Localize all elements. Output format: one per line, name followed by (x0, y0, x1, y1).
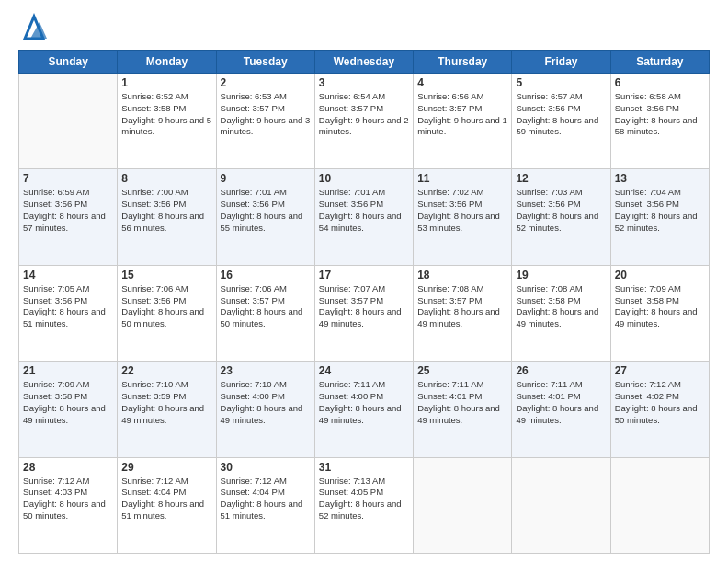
cell-info: Sunrise: 7:13 AMSunset: 4:05 PMDaylight:… (319, 476, 409, 523)
day-number: 25 (417, 364, 507, 377)
calendar-cell: 2Sunrise: 6:53 AMSunset: 3:57 PMDaylight… (216, 74, 314, 169)
calendar-header-tuesday: Tuesday (216, 51, 314, 74)
day-number: 16 (221, 269, 311, 282)
calendar-cell: 28Sunrise: 7:12 AMSunset: 4:03 PMDayligh… (19, 457, 118, 553)
day-number: 6 (615, 76, 705, 89)
cell-info: Sunrise: 7:11 AMSunset: 4:01 PMDaylight:… (516, 379, 606, 426)
calendar-cell (19, 74, 118, 169)
calendar-cell: 11Sunrise: 7:02 AMSunset: 3:56 PMDayligh… (414, 169, 512, 265)
calendar-cell: 6Sunrise: 6:58 AMSunset: 3:56 PMDaylight… (610, 74, 709, 169)
cell-info: Sunrise: 7:01 AMSunset: 3:56 PMDaylight:… (319, 187, 409, 234)
cell-info: Sunrise: 6:57 AMSunset: 3:56 PMDaylight:… (516, 91, 606, 138)
calendar-week-row: 28Sunrise: 7:12 AMSunset: 4:03 PMDayligh… (19, 457, 710, 553)
calendar-table: SundayMondayTuesdayWednesdayThursdayFrid… (18, 50, 710, 554)
day-number: 7 (23, 172, 113, 185)
calendar-cell: 16Sunrise: 7:06 AMSunset: 3:57 PMDayligh… (216, 265, 314, 361)
day-number: 4 (417, 76, 507, 89)
calendar-cell: 12Sunrise: 7:03 AMSunset: 3:56 PMDayligh… (512, 169, 610, 265)
logo (18, 17, 47, 40)
calendar-cell: 4Sunrise: 6:56 AMSunset: 3:57 PMDaylight… (414, 74, 512, 169)
day-number: 29 (121, 461, 211, 474)
day-number: 9 (221, 172, 311, 185)
cell-info: Sunrise: 7:08 AMSunset: 3:58 PMDaylight:… (516, 283, 606, 330)
day-number: 27 (615, 364, 705, 377)
day-number: 30 (221, 461, 311, 474)
cell-info: Sunrise: 7:03 AMSunset: 3:56 PMDaylight:… (516, 187, 606, 234)
cell-info: Sunrise: 7:04 AMSunset: 3:56 PMDaylight:… (615, 187, 705, 234)
cell-info: Sunrise: 7:07 AMSunset: 3:57 PMDaylight:… (319, 283, 409, 330)
day-number: 17 (319, 269, 409, 282)
calendar-cell (512, 457, 610, 553)
calendar-cell: 14Sunrise: 7:05 AMSunset: 3:56 PMDayligh… (19, 265, 118, 361)
calendar-cell: 15Sunrise: 7:06 AMSunset: 3:56 PMDayligh… (118, 265, 216, 361)
cell-info: Sunrise: 6:52 AMSunset: 3:58 PMDaylight:… (121, 91, 211, 138)
calendar-cell: 10Sunrise: 7:01 AMSunset: 3:56 PMDayligh… (314, 169, 413, 265)
day-number: 26 (516, 364, 606, 377)
cell-info: Sunrise: 7:10 AMSunset: 4:00 PMDaylight:… (221, 379, 311, 426)
cell-info: Sunrise: 7:08 AMSunset: 3:57 PMDaylight:… (417, 283, 507, 330)
calendar-cell: 30Sunrise: 7:12 AMSunset: 4:04 PMDayligh… (216, 457, 314, 553)
cell-info: Sunrise: 6:56 AMSunset: 3:57 PMDaylight:… (417, 91, 507, 138)
cell-info: Sunrise: 7:06 AMSunset: 3:56 PMDaylight:… (121, 283, 211, 330)
calendar-header-friday: Friday (512, 51, 610, 74)
cell-info: Sunrise: 7:06 AMSunset: 3:57 PMDaylight:… (221, 283, 311, 330)
calendar-cell: 18Sunrise: 7:08 AMSunset: 3:57 PMDayligh… (414, 265, 512, 361)
calendar-header-saturday: Saturday (610, 51, 709, 74)
day-number: 12 (516, 172, 606, 185)
cell-info: Sunrise: 7:10 AMSunset: 3:59 PMDaylight:… (121, 379, 211, 426)
day-number: 13 (615, 172, 705, 185)
day-number: 8 (121, 172, 211, 185)
day-number: 5 (516, 76, 606, 89)
logo-icon (21, 13, 47, 40)
calendar-cell: 9Sunrise: 7:01 AMSunset: 3:56 PMDaylight… (216, 169, 314, 265)
cell-info: Sunrise: 7:00 AMSunset: 3:56 PMDaylight:… (121, 187, 211, 234)
day-number: 14 (23, 269, 113, 282)
calendar-cell: 31Sunrise: 7:13 AMSunset: 4:05 PMDayligh… (314, 457, 413, 553)
calendar-cell: 25Sunrise: 7:11 AMSunset: 4:01 PMDayligh… (414, 362, 512, 457)
calendar-cell: 23Sunrise: 7:10 AMSunset: 4:00 PMDayligh… (216, 362, 314, 457)
day-number: 28 (23, 461, 113, 474)
calendar-header-sunday: Sunday (19, 51, 118, 74)
cell-info: Sunrise: 6:53 AMSunset: 3:57 PMDaylight:… (221, 91, 311, 138)
calendar-cell: 24Sunrise: 7:11 AMSunset: 4:00 PMDayligh… (314, 362, 413, 457)
cell-info: Sunrise: 6:54 AMSunset: 3:57 PMDaylight:… (319, 91, 409, 138)
day-number: 31 (319, 461, 409, 474)
cell-info: Sunrise: 6:59 AMSunset: 3:56 PMDaylight:… (23, 187, 113, 234)
calendar-header-row: SundayMondayTuesdayWednesdayThursdayFrid… (19, 51, 710, 74)
cell-info: Sunrise: 7:09 AMSunset: 3:58 PMDaylight:… (615, 283, 705, 330)
calendar-cell: 3Sunrise: 6:54 AMSunset: 3:57 PMDaylight… (314, 74, 413, 169)
calendar-header-monday: Monday (118, 51, 216, 74)
day-number: 20 (615, 269, 705, 282)
calendar-header-thursday: Thursday (414, 51, 512, 74)
cell-info: Sunrise: 6:58 AMSunset: 3:56 PMDaylight:… (615, 91, 705, 138)
calendar-header-wednesday: Wednesday (314, 51, 413, 74)
cell-info: Sunrise: 7:05 AMSunset: 3:56 PMDaylight:… (23, 283, 113, 330)
calendar-cell: 26Sunrise: 7:11 AMSunset: 4:01 PMDayligh… (512, 362, 610, 457)
header (18, 17, 710, 40)
calendar-cell: 17Sunrise: 7:07 AMSunset: 3:57 PMDayligh… (314, 265, 413, 361)
day-number: 23 (221, 364, 311, 377)
svg-marker-1 (30, 22, 47, 39)
day-number: 24 (319, 364, 409, 377)
calendar-cell (414, 457, 512, 553)
day-number: 11 (417, 172, 507, 185)
cell-info: Sunrise: 7:11 AMSunset: 4:00 PMDaylight:… (319, 379, 409, 426)
day-number: 2 (221, 76, 311, 89)
day-number: 15 (121, 269, 211, 282)
cell-info: Sunrise: 7:09 AMSunset: 3:58 PMDaylight:… (23, 379, 113, 426)
calendar-cell: 7Sunrise: 6:59 AMSunset: 3:56 PMDaylight… (19, 169, 118, 265)
cell-info: Sunrise: 7:12 AMSunset: 4:04 PMDaylight:… (121, 476, 211, 523)
cell-info: Sunrise: 7:11 AMSunset: 4:01 PMDaylight:… (417, 379, 507, 426)
calendar-week-row: 14Sunrise: 7:05 AMSunset: 3:56 PMDayligh… (19, 265, 710, 361)
day-number: 3 (319, 76, 409, 89)
cell-info: Sunrise: 7:12 AMSunset: 4:02 PMDaylight:… (615, 379, 705, 426)
cell-info: Sunrise: 7:02 AMSunset: 3:56 PMDaylight:… (417, 187, 507, 234)
day-number: 22 (121, 364, 211, 377)
calendar-cell: 20Sunrise: 7:09 AMSunset: 3:58 PMDayligh… (610, 265, 709, 361)
calendar-cell: 13Sunrise: 7:04 AMSunset: 3:56 PMDayligh… (610, 169, 709, 265)
calendar-cell: 29Sunrise: 7:12 AMSunset: 4:04 PMDayligh… (118, 457, 216, 553)
calendar-cell (610, 457, 709, 553)
calendar-week-row: 1Sunrise: 6:52 AMSunset: 3:58 PMDaylight… (19, 74, 710, 169)
calendar-cell: 22Sunrise: 7:10 AMSunset: 3:59 PMDayligh… (118, 362, 216, 457)
cell-info: Sunrise: 7:12 AMSunset: 4:03 PMDaylight:… (23, 476, 113, 523)
